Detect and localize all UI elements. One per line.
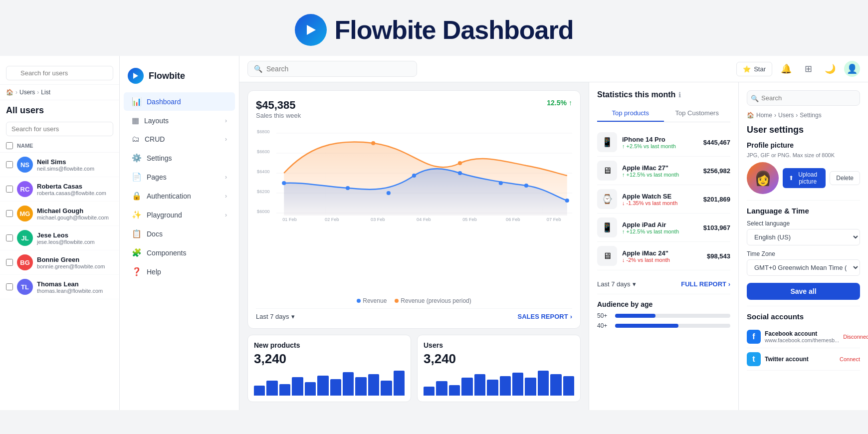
- sales-report-link[interactable]: SALES REPORT ›: [518, 313, 572, 320]
- chart-subtitle: Sales this week: [256, 112, 301, 119]
- sidebar-item-pages[interactable]: 📄 Pages ›: [124, 168, 235, 186]
- save-all-button[interactable]: Save all: [747, 283, 860, 300]
- bar-segment: [330, 379, 341, 396]
- user-checkbox[interactable]: [6, 259, 13, 266]
- list-item[interactable]: BG Bonnie Green bonnie.green@flowbite.co…: [0, 250, 119, 275]
- upload-icon: ⬆: [789, 175, 794, 182]
- legend-revenue: Revenue: [363, 297, 387, 304]
- bar-segment: [449, 385, 460, 396]
- sidebar-item-authentication[interactable]: 🔒 Authentication ›: [124, 187, 235, 205]
- profile-pic-label: Profile picture: [747, 141, 860, 149]
- navbar-search-icon: 🔍: [254, 65, 262, 73]
- sidebar-item-help[interactable]: ❓ Help: [124, 262, 235, 281]
- right-panel: 🔍 🏠 Home › Users › Settings User setting…: [738, 82, 868, 410]
- user-info: Neil Sims neil.sims@flowbite.com: [37, 158, 113, 172]
- user-checkbox[interactable]: [6, 210, 13, 217]
- bar-segment: [355, 377, 366, 396]
- timezone-select[interactable]: GMT+0 Greenwich Mean Time (GMT): [747, 259, 860, 276]
- full-report-link[interactable]: FULL REPORT ›: [681, 280, 730, 288]
- playground-nav-icon: ✨: [132, 210, 142, 219]
- user-checkbox[interactable]: [6, 161, 13, 168]
- product-value: $256,982: [703, 167, 730, 175]
- list-item: 📱 Apple iPad Air ↑ +12.5% vs last month …: [597, 214, 730, 242]
- list-item[interactable]: NS Neil Sims neil.sims@flowbite.com: [0, 153, 119, 177]
- breadcrumb-users[interactable]: Users: [19, 89, 35, 96]
- user-email: michael.gough@flowbite.com: [37, 215, 113, 220]
- user-search-input[interactable]: [6, 122, 113, 136]
- components-nav-icon: 🧩: [132, 248, 142, 257]
- notification-button[interactable]: 🔔: [778, 61, 794, 77]
- sidebar-nav: 📊 Dashboard ▦ Layouts › 🗂 CRUD › ⚙️ Sett…: [120, 92, 239, 281]
- navbar-search-input[interactable]: [266, 65, 411, 73]
- stats-info-icon: ℹ: [678, 91, 681, 99]
- users-panel: 🔍 🏠 › Users › List All users NAME NS Nei…: [0, 56, 120, 410]
- help-nav-icon: ❓: [132, 267, 142, 276]
- user-name: Michael Gough: [37, 207, 113, 215]
- svg-point-23: [524, 184, 528, 188]
- layouts-chevron-icon: ›: [225, 117, 227, 124]
- svg-text:$6200: $6200: [257, 189, 270, 194]
- product-change: ↓ -1.35% vs last month: [622, 200, 698, 206]
- product-name: iPhone 14 Pro: [622, 136, 698, 143]
- right-search-input[interactable]: [747, 90, 860, 106]
- age-40-label: 40+: [597, 322, 611, 329]
- breadcrumb-list: List: [41, 89, 50, 96]
- list-item[interactable]: TL Thomas Lean thomas.lean@flowbite.com: [0, 275, 119, 299]
- sidebar-item-layouts[interactable]: ▦ Layouts ›: [124, 111, 235, 130]
- select-all-checkbox[interactable]: [6, 142, 13, 149]
- sidebar-item-docs[interactable]: 📋 Docs: [124, 224, 235, 243]
- tab-top-customers[interactable]: Top Customers: [664, 105, 731, 122]
- product-info: Apple Watch SE ↓ -1.35% vs last month: [622, 193, 698, 206]
- search-bar[interactable]: 🔍: [247, 61, 417, 77]
- star-button[interactable]: ⭐ Star: [736, 62, 772, 76]
- sidebar-item-crud[interactable]: 🗂 CRUD ›: [124, 130, 235, 148]
- user-info: Roberta Casas roberta.casas@flowbite.com: [37, 183, 113, 196]
- user-avatar[interactable]: 👤: [844, 61, 860, 77]
- time-range-selector[interactable]: Last 7 days ▾: [256, 313, 295, 320]
- sidebar-brand[interactable]: Flowbite: [120, 64, 239, 92]
- list-item[interactable]: MG Michael Gough michael.gough@flowbite.…: [0, 202, 119, 226]
- user-checkbox[interactable]: [6, 186, 13, 193]
- audience-section: Audience by age 50+ 40+: [597, 300, 730, 329]
- social-platform-icon: f: [747, 330, 761, 344]
- disconnect-button[interactable]: Disconnect: [843, 334, 868, 340]
- list-item[interactable]: RC Roberta Casas roberta.casas@flowbite.…: [0, 177, 119, 202]
- nav-actions: ⭐ Star 🔔 ⊞ 🌙 👤: [736, 61, 860, 77]
- list-item[interactable]: JL Jese Leos jese.leos@flowbite.com: [0, 226, 119, 250]
- connect-button[interactable]: Connect: [840, 356, 860, 362]
- sidebar-item-dashboard[interactable]: 📊 Dashboard: [124, 92, 235, 111]
- right-section-title: User settings: [747, 125, 860, 135]
- svg-point-20: [412, 174, 416, 178]
- right-bc-users[interactable]: Users: [778, 112, 794, 119]
- breadcrumb-home[interactable]: 🏠: [6, 89, 13, 96]
- user-checkbox[interactable]: [6, 283, 13, 290]
- tab-top-products[interactable]: Top products: [597, 105, 664, 122]
- bar-segment: [317, 376, 328, 396]
- user-checkbox[interactable]: [6, 234, 13, 241]
- user-email: roberta.casas@flowbite.com: [37, 190, 113, 196]
- social-account-name: Facebook account: [765, 330, 839, 337]
- sidebar-item-settings[interactable]: ⚙️ Settings: [124, 149, 235, 167]
- left-search-input[interactable]: [6, 66, 113, 80]
- profile-avatar: 👩: [747, 162, 779, 194]
- right-bc-home[interactable]: Home: [756, 112, 772, 119]
- theme-toggle-button[interactable]: 🌙: [822, 61, 838, 77]
- stats-time-selector[interactable]: Last 7 days ▾: [597, 280, 636, 288]
- language-select[interactable]: English (US): [747, 229, 860, 245]
- bar-segment: [512, 373, 523, 396]
- svg-point-25: [371, 141, 375, 145]
- upload-picture-button[interactable]: ⬆ Upload picture: [783, 168, 826, 188]
- svg-point-19: [387, 191, 391, 195]
- grid-button[interactable]: ⊞: [800, 61, 816, 77]
- sidebar-item-components[interactable]: 🧩 Components: [124, 243, 235, 262]
- user-email: bonnie.green@flowbite.com: [37, 263, 113, 269]
- delete-picture-button[interactable]: Delete: [830, 171, 860, 185]
- user-name: Roberta Casas: [37, 183, 113, 190]
- avatar: MG: [17, 206, 33, 221]
- user-name: Thomas Lean: [37, 280, 113, 288]
- sidebar-item-playground[interactable]: ✨ Playground ›: [124, 206, 235, 224]
- audience-title: Audience by age: [597, 300, 730, 308]
- playground-chevron-icon: ›: [225, 212, 227, 218]
- avatar: JL: [17, 230, 33, 246]
- social-list: f Facebook account www.facebook.com/them…: [747, 326, 860, 371]
